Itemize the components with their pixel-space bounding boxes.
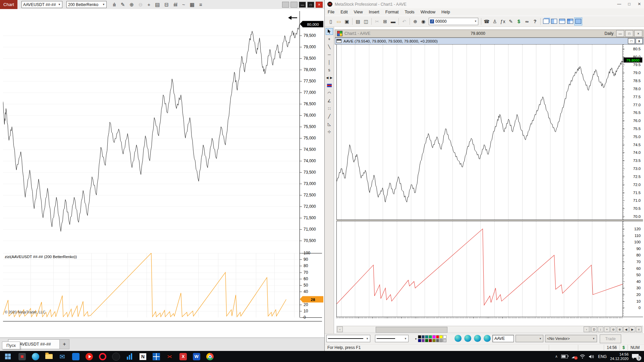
battery-icon[interactable]	[561, 355, 568, 358]
red-app-icon[interactable]: X	[176, 351, 190, 362]
scroll-right-arrow[interactable]: ›	[584, 326, 589, 332]
price-axis[interactable]: 80,000 79,50079,00078,50078,00077,50077,…	[300, 11, 322, 253]
tray-expand-icon[interactable]: ∧	[555, 354, 558, 359]
date-axis[interactable]: 1808FebMarAprMayJunJulAugSepOctNovDec180…	[336, 317, 643, 326]
scroll-left-button[interactable]: ◀	[623, 326, 629, 332]
help-pointer-icon[interactable]: ?	[531, 17, 539, 25]
zoom-out-button[interactable]: ⊖	[610, 326, 616, 332]
tile-vertical-icon[interactable]	[550, 17, 558, 25]
interval-link-button[interactable]	[290, 2, 298, 8]
zoom-in-button[interactable]: ⊕	[617, 326, 623, 332]
tile-grid-icon[interactable]	[566, 17, 574, 25]
orb-icon[interactable]	[484, 335, 491, 342]
system-tester-icon[interactable]: $	[515, 17, 523, 25]
indicator-pane[interactable]	[336, 221, 623, 317]
pattern-tool-icon[interactable]: ⊹	[326, 128, 333, 135]
onedrive-paused-icon[interactable]: ☁–	[571, 354, 576, 360]
explorer-pen-icon[interactable]: ✎	[507, 17, 515, 25]
pointer-tool-icon[interactable]	[326, 28, 333, 35]
symbol-input[interactable]: AAVE	[492, 335, 514, 342]
line-style-selector[interactable]: ▼	[326, 335, 370, 342]
explorer-icon[interactable]: ∞	[523, 17, 531, 25]
maximize-button[interactable]: □	[624, 0, 634, 8]
volume-icon[interactable]	[589, 354, 595, 359]
pointer-mode-button[interactable]: +	[604, 326, 610, 332]
palette-color[interactable]	[418, 339, 421, 342]
palette-color[interactable]	[422, 335, 425, 339]
tile-horizontal-icon[interactable]	[558, 17, 566, 25]
price-pane[interactable]	[336, 45, 623, 220]
wifi-icon[interactable]	[580, 354, 585, 359]
pane-close-button[interactable]: x	[636, 38, 643, 44]
palette-color[interactable]	[429, 335, 432, 339]
periodicity-button[interactable]: D	[591, 326, 597, 332]
palette-color[interactable]	[429, 339, 432, 342]
print-preview-icon[interactable]: ◫	[362, 17, 370, 25]
language-indicator[interactable]: ENG	[598, 354, 607, 359]
file-explorer-icon[interactable]	[42, 351, 56, 362]
indicator-axis[interactable]: 28 10090807060504020100	[300, 253, 322, 318]
orb-icon[interactable]	[474, 335, 481, 342]
indicator-axis[interactable]: 1201101009080706050403020100	[623, 221, 643, 317]
menu-format[interactable]: Format	[382, 10, 402, 14]
notion-icon[interactable]: N	[136, 351, 150, 362]
app-icon-dark[interactable]	[15, 351, 29, 362]
angle-tool-icon[interactable]: ◺	[326, 121, 333, 127]
scroll-left-arrow[interactable]: ‹	[337, 326, 343, 332]
line-tool-icon[interactable]: ╱	[326, 113, 333, 120]
close-button[interactable]: ×	[316, 2, 323, 8]
phone-icon[interactable]: ☎	[483, 17, 491, 25]
zoom-out-icon[interactable]: ⊖	[139, 2, 143, 7]
palette-color[interactable]	[418, 335, 421, 339]
menu-view[interactable]: View	[351, 10, 366, 14]
palette-color[interactable]	[443, 339, 446, 342]
clock[interactable]: 14:56 24.12.2020	[610, 352, 629, 361]
chart-window-title-bar[interactable]: Chart1 - AAVE 79.8000 Daily — □ ×	[335, 29, 644, 38]
window-link-icon[interactable]: ⊟	[164, 2, 168, 7]
crosshair-icon[interactable]: +	[147, 2, 150, 7]
horizontal-line-tool-icon[interactable]: ─	[326, 51, 333, 58]
paste-icon[interactable]: ▬	[389, 17, 397, 25]
menu-help[interactable]: Help	[438, 10, 453, 14]
undo-icon[interactable]: ↶	[400, 17, 408, 25]
child-restore-button[interactable]: □	[625, 30, 633, 37]
store-icon[interactable]	[69, 351, 83, 362]
close-button[interactable]: ✕	[634, 0, 644, 8]
crosshair-tool-icon[interactable]: +	[326, 36, 333, 43]
edge-icon[interactable]	[29, 351, 42, 362]
gann-fan-tool-icon[interactable]: ∠	[326, 98, 333, 104]
child-minimize-button[interactable]: —	[616, 30, 624, 37]
data-box-icon[interactable]: ▤	[155, 2, 159, 7]
list-icon[interactable]: ≡	[199, 2, 202, 7]
indicator-pane[interactable]	[3, 253, 300, 317]
menu-file[interactable]: File	[325, 10, 337, 14]
chart-style-icon[interactable]: ılıl	[173, 2, 177, 7]
palette-color[interactable]	[432, 339, 436, 342]
chart-options-icon[interactable]	[574, 17, 582, 25]
palette-color[interactable]	[443, 335, 446, 339]
youtube-icon[interactable]	[83, 351, 96, 362]
menu-tools[interactable]: Tools	[401, 10, 417, 14]
instrument-link-button[interactable]	[282, 2, 289, 8]
time-axis[interactable]: 10:3211:5513:0014:1515:1616:0718:0920:25…	[3, 321, 322, 336]
instrument-selector[interactable]: AAVEUSDT ##-## ▼	[21, 1, 62, 8]
vertical-line-tool-icon[interactable]: │	[326, 59, 333, 66]
chart-tab[interactable]: Chart	[0, 0, 17, 9]
horizontal-scrollbar[interactable]: ‹ ↕D↕+⊖⊕◀▶≡ ›	[336, 326, 643, 333]
strategy-icon[interactable]: ▦	[190, 2, 194, 7]
cascade-windows-icon[interactable]	[542, 17, 550, 25]
palette-more-button[interactable]: ▾	[414, 335, 418, 342]
copy-icon[interactable]: ⊞	[381, 17, 389, 25]
zoom-doc-icon[interactable]: ◉	[419, 17, 427, 25]
color-palette[interactable]: ▾	[414, 335, 446, 342]
word-icon[interactable]: W	[190, 351, 203, 362]
dark-circle-app-icon[interactable]	[109, 351, 123, 362]
new-file-icon[interactable]: ▯	[327, 17, 335, 25]
print-icon[interactable]: ▤	[354, 17, 362, 25]
menu-window[interactable]: Window	[418, 10, 438, 14]
menu-insert[interactable]: Insert	[366, 10, 382, 14]
palette-color[interactable]	[425, 335, 428, 339]
open-file-icon[interactable]: ▭	[335, 17, 343, 25]
grid-app-icon[interactable]	[150, 351, 163, 362]
palette-color[interactable]	[432, 335, 436, 339]
